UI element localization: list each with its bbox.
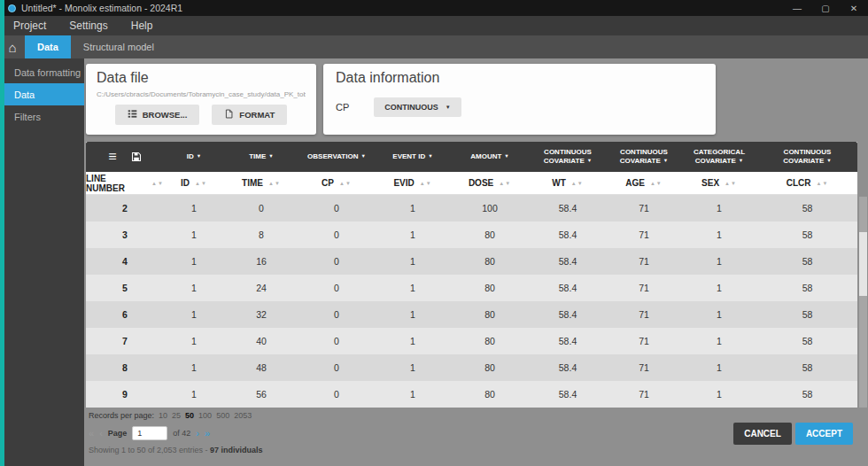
- table-row[interactable]: 9156018058.471158: [86, 381, 857, 408]
- tab-list: DataStructural model: [25, 35, 167, 58]
- table-cell: 0: [298, 389, 375, 400]
- data-file-panel: Data file C:/Users/cbracis/Documents/Tob…: [86, 64, 316, 135]
- table-cell: 6: [86, 309, 164, 320]
- column-type-header-time[interactable]: TIME▼: [224, 152, 298, 161]
- column-header-label: CLCR: [787, 178, 811, 188]
- table-cell: 1: [375, 229, 451, 240]
- menu-settings[interactable]: Settings: [58, 19, 119, 32]
- records-option-50[interactable]: 50: [185, 411, 194, 420]
- sort-arrows-icon[interactable]: ▲▼: [195, 181, 207, 186]
- table-cell: 0: [298, 336, 375, 346]
- sort-arrows-icon[interactable]: ▲▼: [725, 181, 737, 186]
- action-buttons: CANCEL ACCEPT: [733, 423, 853, 445]
- vertical-scrollbar[interactable]: [859, 197, 867, 408]
- first-page-button[interactable]: «: [89, 429, 94, 439]
- browse-button[interactable]: BROWSE...: [115, 105, 200, 125]
- sort-arrows-icon[interactable]: ▲▼: [268, 181, 281, 186]
- column-type-header-observation[interactable]: OBSERVATION▼: [298, 152, 375, 161]
- column-type-header-amount[interactable]: AMOUNT▼: [451, 152, 529, 161]
- table-cell: 24: [224, 283, 298, 293]
- table-row[interactable]: 2100110058.471158: [86, 195, 857, 221]
- window-controls: — ▢ ✕: [783, 0, 868, 16]
- chevron-down-icon: ▼: [739, 158, 743, 163]
- table-cell: 58: [757, 389, 857, 400]
- close-button[interactable]: ✕: [840, 0, 868, 16]
- sort-arrows-icon[interactable]: ▲▼: [151, 181, 164, 186]
- column-header-label: TIME: [242, 178, 263, 188]
- column-header-label: AGE: [625, 178, 645, 188]
- table-cell: 58.4: [529, 309, 607, 320]
- type-header-row: ≡ ID▼TIME▼OBSERVATION▼EVENT ID▼AMOUNT▼CO…: [86, 142, 857, 172]
- sidebar-item-filters[interactable]: Filters: [4, 105, 84, 128]
- table-row[interactable]: 8148018058.471158: [86, 354, 857, 381]
- menu-project[interactable]: Project: [2, 19, 58, 32]
- menubar-items: ProjectSettingsHelp: [0, 16, 868, 35]
- table-cell: 1: [375, 256, 451, 267]
- sort-arrows-icon[interactable]: ▲▼: [420, 181, 432, 186]
- table-row[interactable]: 7140018058.471158: [86, 328, 857, 354]
- sidebar-item-data-formatting[interactable]: Data formatting: [4, 61, 84, 83]
- menu-help[interactable]: Help: [120, 19, 165, 32]
- column-type-header-continuous-covariate[interactable]: CONTINUOUS COVARIATE▼: [607, 148, 681, 167]
- table-cell: 1: [164, 203, 224, 214]
- records-option-10[interactable]: 10: [159, 411, 167, 420]
- last-page-button[interactable]: »: [205, 429, 210, 439]
- accept-button[interactable]: ACCEPT: [795, 423, 853, 445]
- sort-arrows-icon[interactable]: ▲▼: [816, 181, 828, 186]
- table-row[interactable]: 318018058.471158: [86, 221, 857, 248]
- tab-data[interactable]: Data: [25, 35, 71, 58]
- table-row[interactable]: 6132018058.471158: [86, 301, 857, 328]
- prev-page-button[interactable]: ‹: [99, 429, 103, 439]
- table-cell: 58.4: [529, 283, 607, 293]
- scrollbar-thumb[interactable]: [859, 232, 867, 296]
- column-type-header-event-id[interactable]: EVENT ID▼: [375, 152, 451, 161]
- sort-arrows-icon[interactable]: ▲▼: [339, 181, 352, 186]
- column-type-header-categorical-covariate[interactable]: CATEGORICAL COVARIATE▼: [681, 148, 757, 167]
- sort-arrows-icon[interactable]: ▲▼: [650, 181, 663, 186]
- chevron-down-icon: ▼: [826, 158, 831, 163]
- table-cell: 71: [607, 229, 681, 240]
- table-cell: 58: [757, 256, 857, 267]
- column-type-header-continuous-covariate[interactable]: CONTINUOUS COVARIATE▼: [529, 148, 607, 167]
- cancel-button[interactable]: CANCEL: [733, 423, 792, 445]
- table-cell: 58.4: [529, 256, 607, 267]
- sort-arrows-icon[interactable]: ▲▼: [499, 181, 511, 186]
- maximize-button[interactable]: ▢: [811, 0, 840, 16]
- table-cell: 71: [607, 283, 681, 293]
- table-cell: 71: [607, 389, 681, 400]
- column-type-header-continuous-covariate[interactable]: CONTINUOUS COVARIATE▼: [757, 148, 857, 167]
- column-header-evid: EVID▲▼: [375, 178, 451, 188]
- records-option-500[interactable]: 500: [216, 411, 229, 420]
- table-cell: 1: [164, 389, 224, 400]
- table-row[interactable]: 4116018058.471158: [86, 248, 857, 275]
- chevron-down-icon: ▼: [268, 153, 273, 159]
- table-cell: 1: [681, 229, 757, 240]
- chevron-down-icon: ▼: [428, 153, 432, 159]
- table-cell: 0: [298, 362, 375, 373]
- table-cell: 1: [164, 362, 224, 373]
- table-row[interactable]: 5124018058.471158: [86, 275, 857, 301]
- column-type-header-id[interactable]: ID▼: [164, 152, 224, 161]
- sidebar-item-data[interactable]: Data: [4, 83, 84, 105]
- next-page-button[interactable]: ›: [196, 429, 199, 439]
- chevron-down-icon: ▼: [663, 158, 668, 163]
- table-cell: 0: [298, 229, 375, 240]
- save-icon[interactable]: [131, 151, 142, 162]
- tab-structural-model[interactable]: Structural model: [71, 35, 167, 58]
- table-cell: 58: [757, 203, 857, 214]
- records-option-100[interactable]: 100: [198, 411, 212, 420]
- column-header-label: DOSE: [469, 178, 493, 188]
- format-button[interactable]: FORMAT: [212, 105, 287, 125]
- minimize-button[interactable]: —: [783, 0, 811, 16]
- menu-icon[interactable]: ≡: [108, 150, 116, 164]
- table-cell: 1: [164, 283, 224, 293]
- records-option-2053[interactable]: 2053: [234, 411, 252, 420]
- page-input[interactable]: [132, 426, 167, 440]
- table-cell: 58: [757, 283, 857, 293]
- records-option-25[interactable]: 25: [172, 411, 181, 420]
- table-cell: 71: [607, 309, 681, 320]
- cp-type-dropdown[interactable]: CONTINUOUS ▼: [374, 97, 461, 117]
- table-cell: 0: [298, 256, 375, 267]
- table-cell: 7: [86, 336, 164, 346]
- sort-arrows-icon[interactable]: ▲▼: [571, 181, 584, 186]
